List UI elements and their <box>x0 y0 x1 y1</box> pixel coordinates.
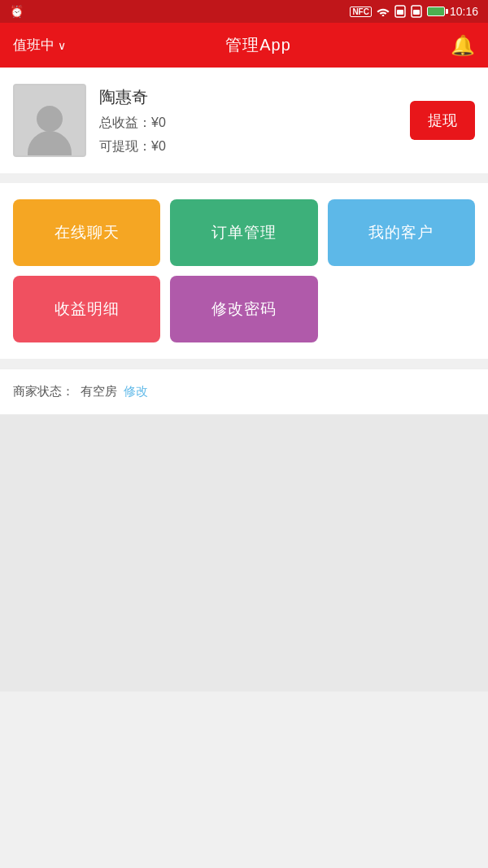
merchant-status-label: 商家状态： <box>13 384 74 399</box>
sim-icon-2 <box>411 5 422 18</box>
my-customers-button[interactable]: 我的客户 <box>328 199 475 266</box>
change-password-button[interactable]: 修改密码 <box>170 276 317 342</box>
withdrawable-value: ¥0 <box>151 139 166 153</box>
buttons-row-2: 收益明细 修改密码 <box>13 276 475 342</box>
withdrawable: 可提现：¥0 <box>99 138 166 155</box>
svg-point-0 <box>382 15 385 16</box>
dropdown-arrow-icon: ∨ <box>58 39 66 52</box>
profile-left: 陶惠奇 总收益：¥0 可提现：¥0 <box>13 84 166 157</box>
app-title: 管理App <box>225 34 291 56</box>
wifi-icon <box>377 7 390 16</box>
duty-label: 值班中 <box>13 36 54 55</box>
avatar <box>13 84 86 157</box>
profile-info: 陶惠奇 总收益：¥0 可提现：¥0 <box>99 86 166 155</box>
empty-slot <box>328 276 475 342</box>
bottom-area <box>0 415 488 691</box>
duty-status[interactable]: 值班中 ∨ <box>13 36 66 55</box>
merchant-status-row: 商家状态： 有空房 修改 <box>13 384 475 399</box>
status-bar: ⏰ NFC 10:16 <box>0 0 488 23</box>
profile-name: 陶惠奇 <box>99 86 166 108</box>
withdraw-button[interactable]: 提现 <box>410 101 475 140</box>
nfc-indicator: NFC <box>350 7 372 17</box>
svg-rect-4 <box>413 10 420 15</box>
withdrawable-label: 可提现： <box>99 139 151 153</box>
status-bar-right: NFC 10:16 <box>350 5 478 18</box>
bell-icon[interactable]: 🔔 <box>451 34 475 57</box>
profile-section: 陶惠奇 总收益：¥0 可提现：¥0 提现 <box>0 68 488 173</box>
merchant-status-section: 商家状态： 有空房 修改 <box>0 369 488 415</box>
total-earnings-value: ¥0 <box>151 116 166 129</box>
top-nav: 值班中 ∨ 管理App 🔔 <box>0 23 488 68</box>
order-management-button[interactable]: 订单管理 <box>170 199 317 266</box>
battery-icon <box>427 7 445 16</box>
status-bar-left: ⏰ <box>10 5 24 18</box>
online-chat-button[interactable]: 在线聊天 <box>13 199 160 266</box>
earnings-detail-button[interactable]: 收益明细 <box>13 276 160 342</box>
avatar-head <box>37 106 63 132</box>
merchant-modify-link[interactable]: 修改 <box>124 384 148 399</box>
merchant-status-value: 有空房 <box>81 384 117 399</box>
total-earnings: 总收益：¥0 <box>99 115 166 132</box>
alarm-icon: ⏰ <box>10 5 24 18</box>
avatar-body <box>28 131 72 155</box>
total-earnings-label: 总收益： <box>99 116 151 129</box>
buttons-section: 在线聊天 订单管理 我的客户 收益明细 修改密码 <box>0 183 488 359</box>
svg-rect-2 <box>397 10 403 15</box>
status-time: 10:16 <box>450 5 478 18</box>
sim-icon-1 <box>394 5 406 18</box>
buttons-row-1: 在线聊天 订单管理 我的客户 <box>13 199 475 266</box>
